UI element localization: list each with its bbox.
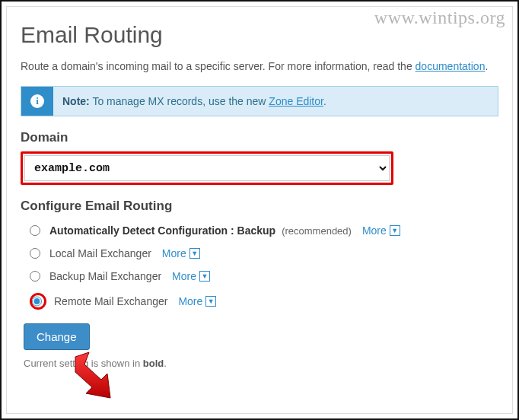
info-text: Note: To manage MX records, use the new … <box>53 88 336 115</box>
domain-select-highlight: example.com <box>21 151 393 185</box>
zone-editor-link[interactable]: Zone Editor <box>269 95 323 107</box>
current-note-suffix: . <box>164 358 167 369</box>
routing-radio-backup[interactable] <box>30 271 40 282</box>
more-link-local[interactable]: More ▼ <box>162 247 200 259</box>
routing-option-auto[interactable]: Automatically Detect Configuration : Bac… <box>30 224 498 237</box>
info-text-after: . <box>323 95 326 107</box>
page-title: Email Routing <box>21 22 498 48</box>
domain-select[interactable]: example.com <box>24 155 390 181</box>
documentation-link[interactable]: documentation <box>416 60 486 72</box>
info-icon: i <box>21 87 53 116</box>
chevron-down-icon: ▼ <box>189 248 200 259</box>
change-button[interactable]: Change <box>24 323 90 350</box>
routing-radio-local[interactable] <box>30 248 40 259</box>
desc-suffix: . <box>485 60 488 72</box>
more-link-auto[interactable]: More ▼ <box>362 224 400 237</box>
more-text-auto: More <box>362 224 387 237</box>
configure-label: Configure Email Routing <box>21 199 498 214</box>
more-link-remote[interactable]: More ▼ <box>178 295 216 307</box>
chevron-down-icon: ▼ <box>390 225 400 236</box>
chevron-down-icon: ▼ <box>199 271 210 282</box>
routing-option-remote[interactable]: Remote Mail Exchanger More ▼ <box>30 293 498 310</box>
more-text-local: More <box>162 247 186 259</box>
info-icon-glyph: i <box>30 94 44 108</box>
more-text-remote: More <box>178 295 202 307</box>
routing-label-auto: Automatically Detect Configuration : Bac… <box>49 224 275 237</box>
routing-radio-remote[interactable] <box>32 296 42 307</box>
current-note-bold: bold <box>143 358 164 369</box>
routing-label-backup: Backup Mail Exchanger <box>49 270 161 282</box>
routing-label-remote: Remote Mail Exchanger <box>54 295 167 307</box>
routing-rec-auto: (recommended) <box>282 225 352 237</box>
email-routing-panel: Email Routing Route a domain's incoming … <box>6 6 513 414</box>
current-note-prefix: Current setting is shown in <box>24 358 143 369</box>
current-setting-note: Current setting is shown in bold. <box>24 358 498 369</box>
info-callout: i Note: To manage MX records, use the ne… <box>21 86 498 116</box>
routing-option-local[interactable]: Local Mail Exchanger More ▼ <box>30 247 498 259</box>
routing-option-backup[interactable]: Backup Mail Exchanger More ▼ <box>30 270 498 282</box>
routing-radio-remote-highlight <box>30 293 46 310</box>
routing-options: Automatically Detect Configuration : Bac… <box>21 224 498 310</box>
more-link-backup[interactable]: More ▼ <box>172 270 210 282</box>
routing-label-local: Local Mail Exchanger <box>49 247 151 259</box>
info-note-label: Note: <box>62 95 90 107</box>
page-description: Route a domain's incoming mail to a spec… <box>21 60 498 72</box>
desc-text: Route a domain's incoming mail to a spec… <box>21 60 416 72</box>
more-text-backup: More <box>172 270 196 282</box>
domain-label: Domain <box>21 130 498 145</box>
chevron-down-icon: ▼ <box>205 296 216 307</box>
info-text-before: To manage MX records, use the new <box>90 95 269 107</box>
routing-radio-auto[interactable] <box>30 225 40 236</box>
